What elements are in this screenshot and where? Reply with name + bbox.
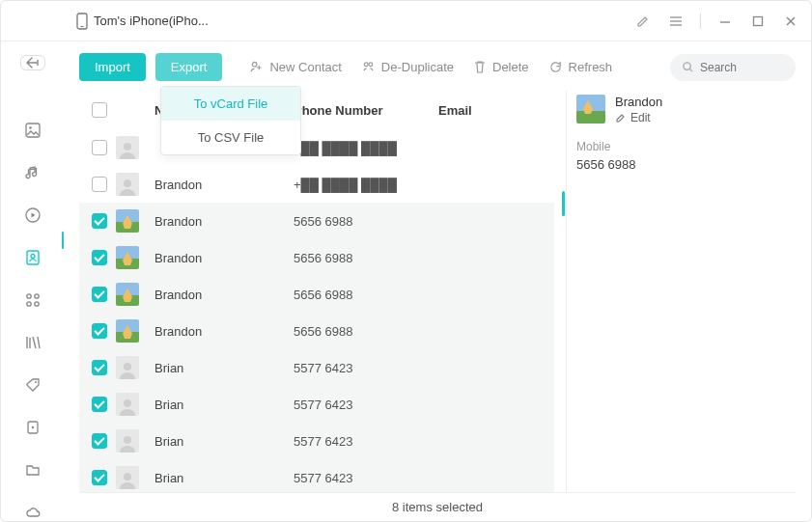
contact-name: Brian <box>149 434 294 449</box>
tag-icon[interactable] <box>23 376 42 394</box>
contact-avatar <box>116 429 139 453</box>
de-duplicate-button[interactable]: De-Duplicate <box>361 60 454 74</box>
delete-button[interactable]: Delete <box>473 60 529 74</box>
svg-point-15 <box>34 294 38 298</box>
contact-phone: +██ ████ ████ <box>294 178 438 192</box>
photos-icon[interactable] <box>23 122 42 139</box>
svg-point-13 <box>31 255 35 259</box>
table-header: Name Phone Number Email <box>79 91 554 129</box>
table-row[interactable]: Brian5577 6423 <box>79 386 554 423</box>
main: Import Export New Contact De-Duplicate D… <box>64 41 811 521</box>
maximize-button[interactable] <box>749 13 767 30</box>
export-button[interactable]: Export <box>155 53 223 81</box>
compose-icon[interactable] <box>634 13 652 30</box>
refresh-button[interactable]: Refresh <box>548 60 613 74</box>
row-checkbox[interactable] <box>92 470 107 485</box>
phone-icon <box>76 13 88 30</box>
export-csv-item[interactable]: To CSV File <box>161 121 300 154</box>
device-name: Tom's iPhone(iPho... <box>94 14 209 28</box>
svg-rect-9 <box>26 124 40 137</box>
row-checkbox[interactable] <box>92 177 107 192</box>
status-bar: 8 items selected <box>79 492 796 521</box>
row-checkbox[interactable] <box>92 287 107 302</box>
svg-point-30 <box>124 436 131 444</box>
search-input[interactable] <box>700 61 777 74</box>
person-plus-icon <box>249 60 264 74</box>
trash-icon <box>473 60 487 74</box>
select-all-checkbox[interactable] <box>92 102 107 118</box>
device-label[interactable]: Tom's iPhone(iPho... <box>76 13 209 30</box>
contact-avatar <box>116 136 139 159</box>
svg-point-10 <box>29 126 32 129</box>
svg-point-29 <box>124 399 131 407</box>
detail-mobile-value: 5656 6988 <box>576 157 796 172</box>
contact-avatar <box>116 466 139 489</box>
svg-point-31 <box>124 473 131 481</box>
row-checkbox[interactable] <box>92 213 107 229</box>
svg-point-24 <box>684 63 690 69</box>
svg-point-26 <box>124 143 131 151</box>
refresh-icon <box>548 60 563 74</box>
import-button[interactable]: Import <box>79 53 146 81</box>
table-row[interactable]: Brandon5656 6988 <box>79 203 554 239</box>
close-button[interactable] <box>782 13 799 30</box>
svg-point-20 <box>31 426 33 428</box>
safe-icon[interactable] <box>23 419 42 436</box>
contact-name: Brandon <box>149 251 294 265</box>
deduplicate-icon <box>361 60 376 74</box>
export-vcard-item[interactable]: To vCard File <box>161 87 300 121</box>
header-phone[interactable]: Phone Number <box>294 103 438 118</box>
search-icon <box>682 61 694 73</box>
row-checkbox[interactable] <box>92 140 107 155</box>
books-icon[interactable] <box>23 334 42 351</box>
minimize-button[interactable] <box>716 13 734 30</box>
separator <box>700 14 701 29</box>
row-checkbox[interactable] <box>92 397 107 412</box>
edit-button[interactable]: Edit <box>615 111 662 124</box>
contacts-icon[interactable] <box>23 249 42 266</box>
cloud-icon[interactable] <box>23 504 42 521</box>
contact-phone: 5577 6423 <box>294 471 438 485</box>
status-text: 8 items selected <box>392 500 483 514</box>
header-email[interactable]: Email <box>438 103 554 118</box>
contact-avatar <box>116 246 139 269</box>
contact-phone: 5656 6988 <box>294 324 438 339</box>
files-icon[interactable] <box>23 461 42 479</box>
contact-avatar <box>116 209 139 233</box>
edit-icon <box>615 112 627 124</box>
table-row[interactable]: Brian5577 6423 <box>79 423 554 459</box>
videos-icon[interactable] <box>23 206 42 224</box>
table-row[interactable]: +██ ████ ████ <box>79 129 554 166</box>
toolbar: Import Export New Contact De-Duplicate D… <box>79 53 796 81</box>
sidebar <box>1 41 64 521</box>
svg-point-14 <box>26 294 30 298</box>
detail-panel: Brandon Edit Mobile 5656 6988 <box>566 91 796 492</box>
table-row[interactable]: Brian5577 6423 <box>79 459 554 492</box>
svg-point-18 <box>35 381 37 383</box>
row-checkbox[interactable] <box>92 360 107 375</box>
search-box[interactable] <box>670 54 796 81</box>
table-row[interactable]: Brandon5656 6988 <box>79 313 554 349</box>
contact-avatar <box>116 319 139 343</box>
music-icon[interactable] <box>23 164 42 181</box>
export-dropdown: To vCard File To CSV File <box>160 86 301 155</box>
table-row[interactable]: Brandon+██ ████ ████ <box>79 166 554 203</box>
table-row[interactable]: Brandon5656 6988 <box>79 239 554 276</box>
table-row[interactable]: Brandon5656 6988 <box>79 276 554 313</box>
back-button[interactable] <box>20 55 45 70</box>
row-checkbox[interactable] <box>92 323 107 339</box>
row-checkbox[interactable] <box>92 433 107 449</box>
detail-header: Brandon Edit <box>576 91 796 134</box>
menu-icon[interactable] <box>667 13 685 30</box>
contact-phone: 5577 6423 <box>294 361 438 375</box>
contact-avatar <box>116 283 139 306</box>
row-checkbox[interactable] <box>92 250 107 265</box>
table-row[interactable]: Brian5577 6423 <box>79 349 554 386</box>
body: Import Export New Contact De-Duplicate D… <box>1 41 811 521</box>
apps-icon[interactable] <box>23 291 42 309</box>
contact-phone: 5656 6988 <box>294 214 438 229</box>
svg-line-25 <box>689 69 692 71</box>
contact-avatar <box>116 356 139 379</box>
contact-phone: 5656 6988 <box>294 288 438 302</box>
new-contact-button[interactable]: New Contact <box>249 60 341 74</box>
